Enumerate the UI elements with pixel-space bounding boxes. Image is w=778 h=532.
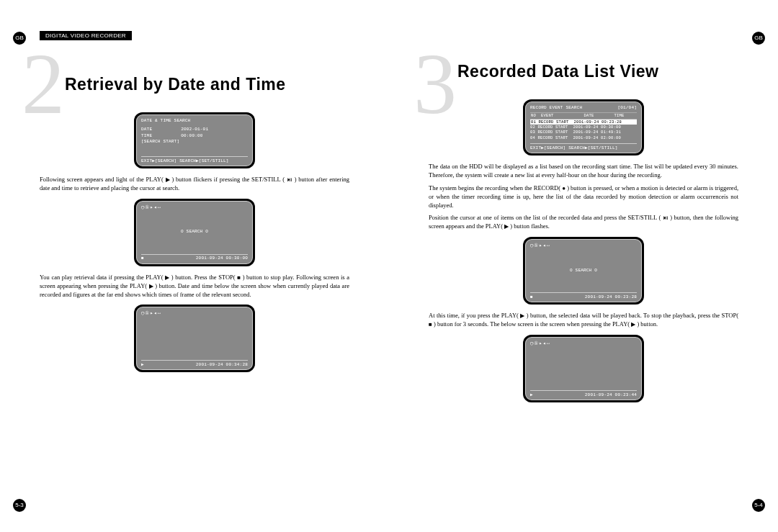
right-para-4: At this time, if you press the PLAY( ▶ )…: [429, 312, 738, 329]
screen2-timestamp: 2001-09-24 00:30:00: [196, 256, 248, 261]
gb-badge-right: GB: [752, 32, 765, 45]
event-footer: EXIT▶[SEARCH] SEARCH▶[SET/STILL]: [530, 145, 618, 151]
event-row-1: 01 RECORD START 2001-09-24 00:23:28: [530, 120, 637, 125]
screen-left-play: ◯①▸◂↔ ▶ 2001-09-24 00:34:28: [134, 305, 255, 372]
event-row-2: 02 RECORD START 2001-09-24 00:30:00: [530, 125, 637, 130]
play-icon: ▶: [504, 222, 509, 230]
play-icon: ▶: [149, 282, 153, 290]
left-para2-b: ) button. Press the STOP(: [171, 274, 236, 281]
screen1-search-start: [SEARCH START]: [141, 139, 248, 145]
stop-icon: ■: [237, 274, 241, 281]
play-icon: ▶: [166, 176, 170, 184]
play-icon: ▶: [530, 392, 533, 398]
screen2-icons: ◯①▸◂↔: [141, 204, 248, 212]
setstill-icon: ⏯: [663, 214, 669, 222]
stop-icon: ■: [429, 320, 432, 328]
screen1-date-label: DATE: [141, 127, 152, 132]
right-para4-a: At this time, if you press the PLAY(: [429, 312, 519, 319]
screen-right-search: ◯①▸◂↔ O SEARCH O ■ 2001-09-24 00:23:28: [523, 237, 644, 305]
rscreen2-center: O SEARCH O: [523, 268, 644, 274]
left-para-2: You can play retrieval data if pressing …: [40, 274, 349, 299]
event-header-right: [01/04]: [617, 105, 637, 111]
screen-record-event-search: RECORD EVENT SEARCH [01/04] NO EVENT DAT…: [523, 99, 644, 155]
play-icon: ▶: [631, 320, 635, 328]
screen1-time-value: 00:00:00: [181, 133, 202, 139]
page-number-right: 5-4: [752, 499, 765, 512]
rscreen3-timestamp: 2001-09-24 00:23:44: [585, 392, 637, 398]
stop-icon: ■: [530, 294, 533, 300]
screen-date-time-search: DATE & TIME SEARCH DATE 2002-01-01 TIME …: [134, 112, 255, 168]
screen3-timestamp: 2001-09-24 00:34:28: [196, 362, 248, 368]
screen3-icons: ◯①▸◂↔: [141, 310, 248, 317]
right-para4-d: ) button.: [637, 320, 658, 328]
screen1-footer: EXIT▶[SEARCH] SEARCH▶[SET/STILL]: [141, 158, 229, 164]
page-right: GB 3 Recorded Data List View RECORD EVEN…: [389, 0, 778, 532]
event-col-header: NO EVENT DATE TIME: [530, 112, 637, 120]
event-row-3: 03 RECORD START 2001-09-24 01:49:31: [530, 130, 637, 135]
stop-icon: ■: [141, 256, 144, 261]
section-title-right: Recorded Data List View: [457, 62, 738, 81]
right-para2-a: The system begins the recording when the…: [429, 184, 560, 191]
screen-right-play: ◯①▸◂↔ ▶ 2001-09-24 00:23:44: [523, 335, 644, 402]
rscreen2-icons: ◯①▸◂↔: [530, 243, 637, 250]
right-para3-a: Position the cursor at one of items on t…: [429, 214, 661, 221]
screen1-date-value: 2002-01-01: [181, 127, 208, 132]
screen2-center: O SEARCH O: [134, 229, 255, 235]
play-icon: ▶: [520, 312, 524, 320]
left-para-1: Following screen appears and light of th…: [40, 176, 349, 193]
page-left: GB DIGITAL VIDEO RECORDER 2 Retrieval by…: [0, 0, 389, 532]
screen1-time-label: TIME: [141, 133, 152, 139]
left-para1-a: Following screen appears and light of th…: [40, 176, 164, 183]
screen1-title: DATE & TIME SEARCH: [141, 118, 248, 124]
record-icon: ●: [562, 184, 565, 192]
play-icon: ▶: [141, 362, 144, 368]
event-header-left: RECORD EVENT SEARCH: [530, 105, 582, 111]
rscreen3-icons: ◯①▸◂↔: [530, 341, 637, 348]
setstill-icon: ⏯: [287, 176, 292, 184]
left-para1-b: ) button flickers if pressing the SET/ST…: [171, 176, 285, 183]
section-title-left: Retrieval by Date and Time: [65, 75, 349, 94]
right-para3-c: ) button flashes.: [510, 222, 550, 230]
screen-left-search: ◯①▸◂↔ O SEARCH O ■ 2001-09-24 00:30:00: [134, 199, 255, 266]
right-para-1: The data on the HDD will be displayed as…: [429, 163, 738, 180]
event-row-4: 04 RECORD START 2001-09-24 02:00:00: [530, 135, 637, 140]
rscreen2-timestamp: 2001-09-24 00:23:28: [585, 294, 637, 300]
left-para2-a: You can play retrieval data if pressing …: [40, 274, 164, 281]
section-number-2: 2: [22, 35, 65, 134]
section-number-3: 3: [413, 35, 457, 134]
right-para4-c: ) button for 3 seconds. The below screen…: [434, 320, 630, 328]
right-para-3: Position the cursor at one of items on t…: [429, 214, 738, 231]
right-content: RECORD EVENT SEARCH [01/04] NO EVENT DAT…: [429, 99, 738, 402]
play-icon: ▶: [165, 274, 169, 281]
page-number-left: 5-3: [13, 499, 26, 512]
right-para4-b: ) button, the selected data will be play…: [527, 312, 738, 319]
right-para-2: The system begins the recording when the…: [429, 184, 738, 210]
left-content: DATE & TIME SEARCH DATE 2002-01-01 TIME …: [40, 112, 349, 372]
